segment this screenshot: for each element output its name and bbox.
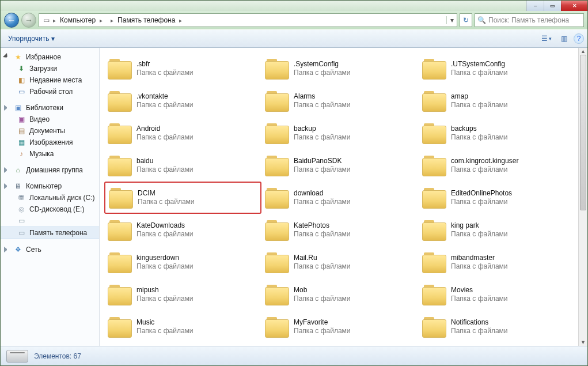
organize-menu[interactable]: Упорядочить ▾	[4, 32, 59, 45]
folder-name: Movies	[451, 286, 508, 295]
folder-item[interactable]: EditedOnlinePhotosПапка с файлами	[419, 182, 576, 214]
search-box[interactable]: 🔍 Поиск: Память телефона	[475, 13, 584, 27]
folder-item[interactable]: mibandmasterПапка с файлами	[419, 246, 576, 278]
status-bar: Элементов: 67	[1, 346, 587, 365]
expand-icon[interactable]	[4, 183, 10, 189]
folder-item[interactable]: kinguserdownПапка с файлами	[104, 246, 261, 278]
folder-icon	[422, 316, 446, 338]
folder-type: Папка с файлами	[451, 69, 508, 77]
folder-item[interactable]: .sbfrПапка с файлами	[104, 52, 261, 85]
folder-icon	[108, 251, 132, 273]
folder-item[interactable]: KateDownloadsПапка с файлами	[104, 214, 261, 246]
search-placeholder: Поиск: Память телефона	[488, 16, 569, 24]
folder-item[interactable]: MyFavoriteПапка с файлами	[261, 311, 419, 343]
folder-type: Папка с файлами	[136, 165, 194, 174]
nav-item[interactable]: ▭Рабочий стол	[1, 86, 99, 97]
chevron-right-icon[interactable]: ▸	[52, 17, 57, 24]
nav-group-computer: 🖥 Компьютер ⛃Локальный диск (C:)◎CD-диск…	[1, 180, 99, 239]
window-minimize-button[interactable]: –	[526, 1, 544, 11]
chevron-right-icon[interactable]: ▸	[98, 17, 104, 24]
folder-name: Music	[136, 318, 194, 327]
window-close-button[interactable]: ✕	[561, 1, 587, 11]
folder-type: Папка с файлами	[294, 262, 351, 271]
file-list[interactable]: .sbfrПапка с файлами.SystemConfigПапка с…	[100, 48, 587, 346]
nav-back-button[interactable]: ←	[4, 13, 19, 28]
folder-type: Папка с файлами	[136, 133, 194, 142]
nav-group-favorites: ★ Избранное ⬇Загрузки◧Недавние места▭Раб…	[1, 51, 99, 97]
nav-header-network[interactable]: ❖ Сеть	[1, 244, 99, 255]
navigation-pane: ★ Избранное ⬇Загрузки◧Недавние места▭Раб…	[1, 48, 100, 346]
folder-icon	[422, 122, 446, 144]
folder-item[interactable]: AlarmsПапка с файлами	[261, 85, 419, 117]
nav-header-computer[interactable]: 🖥 Компьютер	[1, 180, 99, 192]
folder-icon	[108, 90, 132, 112]
nav-item[interactable]: ⛃Локальный диск (C:)	[1, 192, 99, 203]
view-options-button[interactable]: ☰▾	[539, 32, 554, 45]
folder-item[interactable]: downloadПапка с файлами	[261, 182, 419, 214]
scroll-down-button[interactable]: ▼	[579, 339, 587, 346]
folder-item[interactable]: BaiduPanoSDKПапка с файлами	[261, 149, 419, 182]
help-button[interactable]: ?	[574, 33, 584, 44]
nav-forward-button[interactable]: →	[21, 13, 36, 28]
nav-item[interactable]: ⬇Загрузки	[1, 63, 99, 74]
folder-item[interactable]: Mail.RuПапка с файлами	[261, 246, 419, 278]
folder-item[interactable]: backupsПапка с файлами	[419, 117, 576, 149]
breadcrumb[interactable]: ▭ ▸ Компьютер ▸ ▸ Память телефона ▸ ▾	[39, 13, 457, 27]
folder-item[interactable]: .vkontakteПапка с файлами	[104, 85, 261, 117]
nav-item-icon: ▭	[17, 216, 26, 225]
nav-header-libraries[interactable]: ▣ Библиотеки	[1, 102, 99, 114]
preview-pane-button[interactable]: ▥	[556, 32, 571, 45]
breadcrumb-dropdown[interactable]: ▾	[446, 16, 457, 24]
nav-group-libraries: ▣ Библиотеки ▣Видео▤Документы▦Изображени…	[1, 102, 99, 160]
folder-type: Папка с файлами	[138, 198, 195, 206]
folder-item[interactable]: com.kingroot.kinguserПапка с файлами	[419, 149, 576, 182]
folder-name: KatePhotos	[294, 221, 351, 230]
scroll-up-button[interactable]: ▲	[579, 48, 587, 55]
folder-item[interactable]: .SystemConfigПапка с файлами	[261, 52, 419, 85]
folder-item[interactable]: MobПапка с файлами	[261, 278, 419, 311]
nav-item[interactable]: ▭Память телефона	[1, 227, 99, 239]
folder-item[interactable]: king parkПапка с файлами	[419, 214, 576, 246]
folder-item[interactable]: .UTSystemConfigПапка с файлами	[419, 52, 576, 85]
folder-type: Папка с файлами	[451, 295, 508, 303]
window-maximize-button[interactable]: ▭	[544, 1, 561, 11]
folder-item[interactable]: MusicПапка с файлами	[104, 311, 261, 343]
folder-item[interactable]: mipushПапка с файлами	[104, 278, 261, 311]
expand-icon[interactable]	[4, 167, 10, 173]
nav-item[interactable]: ▣Видео	[1, 114, 99, 125]
nav-item[interactable]: ▦Изображения	[1, 137, 99, 148]
breadcrumb-segment[interactable]: Память телефона	[116, 16, 177, 24]
expand-icon[interactable]	[4, 247, 10, 252]
nav-item[interactable]: ▤Документы	[1, 125, 99, 137]
folder-item[interactable]: baiduПапка с файлами	[104, 149, 261, 182]
nav-item[interactable]: ◧Недавние места	[1, 74, 99, 86]
folder-item[interactable]: backupПапка с файлами	[261, 117, 419, 149]
folder-item[interactable]: MoviesПапка с файлами	[419, 278, 576, 311]
refresh-button[interactable]: ↻	[460, 13, 472, 27]
folder-icon	[422, 251, 446, 273]
expand-icon[interactable]	[4, 105, 10, 111]
chevron-right-icon[interactable]: ▸	[109, 17, 115, 24]
folder-name: .sbfr	[136, 60, 194, 69]
folder-name: baidu	[136, 157, 194, 165]
nav-label: Библиотеки	[26, 104, 63, 112]
nav-item-label: Локальный диск (C:)	[29, 194, 95, 202]
folder-item[interactable]: amapПапка с файлами	[419, 85, 576, 117]
scrollbar-thumb[interactable]	[580, 55, 586, 210]
nav-item[interactable]: ♪Музыка	[1, 148, 99, 160]
breadcrumb-segment[interactable]: Компьютер	[58, 16, 97, 24]
folder-item[interactable]: KatePhotosПапка с файлами	[261, 214, 419, 246]
vertical-scrollbar[interactable]: ▲ ▼	[578, 48, 587, 346]
nav-header-favorites[interactable]: ★ Избранное	[1, 51, 99, 63]
nav-header-homegroup[interactable]: ⌂ Домашняя группа	[1, 164, 99, 176]
folder-item[interactable]: NotificationsПапка с файлами	[419, 311, 576, 343]
folder-item[interactable]: AndroidПапка с файлами	[104, 117, 261, 149]
nav-item[interactable]: ▭	[1, 215, 99, 227]
folder-item[interactable]: DCIMПапка с файлами	[104, 182, 261, 214]
expand-icon[interactable]	[3, 53, 11, 61]
nav-item[interactable]: ◎CD-дисковод (E:)	[1, 203, 99, 215]
nav-item-icon: ♪	[17, 149, 26, 159]
chevron-right-icon[interactable]: ▸	[178, 17, 183, 24]
folder-type: Папка с файлами	[136, 101, 194, 110]
folder-name: mipush	[136, 286, 194, 295]
